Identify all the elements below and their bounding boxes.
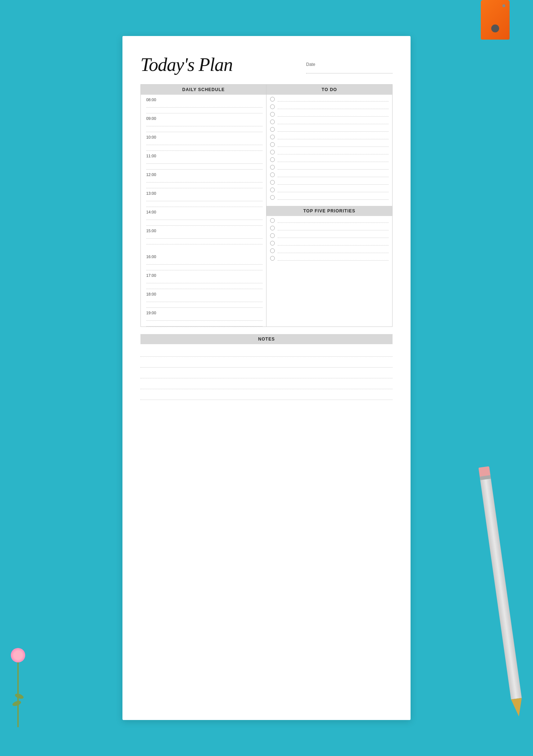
schedule-line-sub[interactable] — [146, 284, 263, 289]
schedule-line[interactable] — [146, 278, 263, 283]
todo-text-line-10[interactable] — [278, 165, 389, 170]
priorities-header: TOP FIVE PRIORITIES — [266, 206, 392, 216]
todo-text-line-4[interactable] — [278, 119, 389, 124]
priority-text-line-6[interactable] — [278, 256, 389, 261]
todo-checkbox-4[interactable] — [270, 120, 275, 124]
daily-schedule-header: DAILY SCHEDULE — [141, 85, 266, 95]
todo-text-line-12[interactable] — [278, 180, 389, 185]
time-slot-1500: 15:00 — [144, 226, 263, 252]
todo-text-line-1[interactable] — [278, 96, 389, 102]
schedule-line[interactable] — [146, 196, 263, 201]
time-label-1100: 11:00 — [146, 151, 263, 159]
schedule-line-sub[interactable] — [146, 303, 263, 308]
todo-checkbox-13[interactable] — [270, 188, 275, 192]
todo-item-13 — [270, 185, 389, 193]
schedule-line[interactable] — [146, 159, 263, 164]
todo-item-3 — [270, 110, 389, 117]
todo-item-7 — [270, 140, 389, 148]
todo-item-2 — [270, 102, 389, 110]
time-slot-1300: 13:00 — [144, 188, 263, 207]
notes-line-4[interactable] — [140, 378, 393, 389]
todo-text-line-2[interactable] — [278, 104, 389, 109]
schedule-line[interactable] — [146, 297, 263, 302]
schedule-line-sub[interactable] — [146, 108, 263, 113]
schedule-line-sub[interactable] — [146, 183, 263, 188]
schedule-line[interactable] — [146, 140, 263, 145]
time-slot-1800: 18:00 — [144, 289, 263, 308]
notes-line-3[interactable] — [140, 368, 393, 378]
priority-checkbox-6[interactable] — [270, 256, 275, 261]
time-slot-1200: 12:00 — [144, 170, 263, 188]
todo-checkbox-1[interactable] — [270, 97, 275, 102]
priority-text-line-4[interactable] — [278, 240, 389, 246]
schedule-line-sub[interactable] — [146, 265, 263, 270]
priority-text-line-3[interactable] — [278, 233, 389, 238]
flowers-decoration — [11, 648, 25, 727]
priority-checkbox-4[interactable] — [270, 241, 275, 246]
priority-item-1 — [270, 216, 389, 224]
priority-checkbox-5[interactable] — [270, 248, 275, 253]
todo-text-line-8[interactable] — [278, 149, 389, 154]
todo-checkbox-12[interactable] — [270, 180, 275, 185]
todo-checkbox-11[interactable] — [270, 172, 275, 177]
schedule-line[interactable] — [146, 121, 263, 126]
todo-text-line-11[interactable] — [278, 172, 389, 177]
todo-checkbox-7[interactable] — [270, 142, 275, 147]
notes-line-2[interactable] — [140, 357, 393, 368]
schedule-line-sub[interactable] — [146, 239, 263, 244]
todo-text-line-14[interactable] — [278, 195, 389, 200]
schedule-line-sub[interactable] — [146, 165, 263, 170]
todo-checkbox-14[interactable] — [270, 195, 275, 200]
todo-header: TO DO — [266, 85, 392, 95]
priority-text-line-5[interactable] — [278, 248, 389, 253]
schedule-line[interactable] — [146, 103, 263, 108]
schedule-line-sub[interactable] — [146, 127, 263, 132]
todo-checkbox-9[interactable] — [270, 157, 275, 162]
todo-item-8 — [270, 148, 389, 155]
todo-text-line-6[interactable] — [278, 134, 389, 139]
time-slot-0900: 09:00 — [144, 113, 263, 132]
date-line-field[interactable] — [306, 68, 393, 73]
priority-checkbox-2[interactable] — [270, 226, 275, 230]
schedule-line[interactable] — [146, 316, 263, 321]
todo-text-line-7[interactable] — [278, 142, 389, 147]
todo-checkbox-3[interactable] — [270, 112, 275, 117]
notes-line-5[interactable] — [140, 389, 393, 400]
todo-checkbox-10[interactable] — [270, 165, 275, 170]
todo-checkbox-6[interactable] — [270, 135, 275, 139]
priority-text-line-1[interactable] — [278, 218, 389, 223]
todo-text-line-5[interactable] — [278, 127, 389, 132]
schedule-line[interactable] — [146, 234, 263, 239]
priority-text-line-2[interactable] — [278, 225, 389, 230]
todo-list — [266, 95, 392, 201]
schedule-line-sub[interactable] — [146, 202, 263, 207]
todo-checkbox-2[interactable] — [270, 104, 275, 109]
schedule-line[interactable] — [146, 260, 263, 265]
todo-checkbox-8[interactable] — [270, 150, 275, 154]
todo-text-line-13[interactable] — [278, 187, 389, 192]
todo-item-9 — [270, 155, 389, 163]
todo-item-12 — [270, 178, 389, 185]
schedule-line-sub[interactable] — [146, 221, 263, 226]
notes-lines — [140, 346, 393, 400]
priorities-list — [266, 216, 392, 261]
schedule-line-sub[interactable] — [146, 321, 263, 327]
time-slot-1900: 19:00 — [144, 308, 263, 327]
time-slot-1100: 11:00 — [144, 151, 263, 170]
time-slot-1000: 10:00 — [144, 132, 263, 151]
priority-item-4 — [270, 239, 389, 246]
priority-checkbox-3[interactable] — [270, 233, 275, 238]
date-label: Date — [306, 62, 393, 67]
schedule-line[interactable] — [146, 215, 263, 220]
todo-text-line-9[interactable] — [278, 157, 389, 162]
time-label-1600: 16:00 — [146, 252, 263, 260]
notes-line-1[interactable] — [140, 346, 393, 357]
notes-section: NOTES — [140, 334, 393, 400]
todo-checkbox-5[interactable] — [270, 127, 275, 132]
schedule-line-sub[interactable] — [146, 146, 263, 151]
schedule-line[interactable] — [146, 177, 263, 183]
time-label-1800: 18:00 — [146, 289, 263, 297]
priority-checkbox-1[interactable] — [270, 218, 275, 223]
todo-text-line-3[interactable] — [278, 112, 389, 117]
pencil-decoration — [480, 477, 526, 728]
